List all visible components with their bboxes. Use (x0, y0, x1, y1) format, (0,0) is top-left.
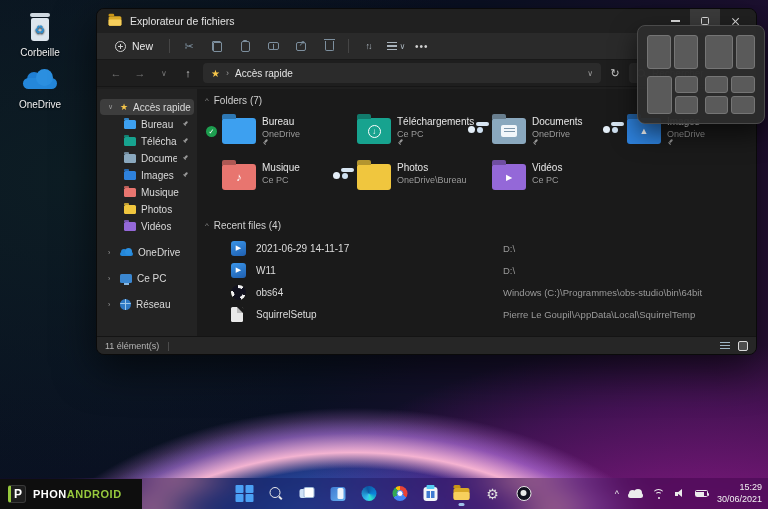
obs-button[interactable] (512, 481, 536, 507)
section-chevron-icon: ^ (205, 221, 209, 230)
breadcrumb-dropdown-icon[interactable]: ∨ (587, 69, 593, 78)
more-options-button[interactable]: ••• (415, 41, 429, 52)
obs-app-icon (231, 285, 246, 300)
plus-icon (115, 41, 126, 52)
sidebar-item-quick-access[interactable]: ∨ ★ Accès rapide (100, 99, 194, 115)
snap-option-left-stacked-right[interactable] (647, 76, 698, 115)
file-row[interactable]: ▶ 2021-06-29 14-11-17 D:\ (205, 237, 756, 259)
recent-files-list: ▶ 2021-06-29 14-11-17 D:\ ▶ W11 D:\ obs6… (205, 237, 756, 325)
status-divider: | (167, 341, 169, 351)
folder-icon: ▶ (492, 164, 526, 190)
quick-access-star-icon: ★ (211, 68, 220, 79)
folder-icon (222, 118, 256, 144)
new-button[interactable]: New (109, 37, 159, 55)
folder-icon: ♪ (222, 164, 256, 190)
folder-tile-photos[interactable]: Photos OneDrive\Bureau (341, 160, 473, 200)
content-pane: ^ Folders (7) ✓ Bureau OneDrive (197, 89, 756, 336)
folder-icon (124, 137, 136, 146)
file-row[interactable]: obs64 Windows (C:)\Programmes\obs-studio… (205, 281, 756, 303)
sidebar-item-photos[interactable]: Photos (100, 201, 194, 217)
store-button[interactable] (419, 481, 443, 507)
file-explorer-icon (454, 488, 470, 500)
snap-option-two-columns[interactable] (647, 35, 698, 69)
desktop-icon-onedrive[interactable]: OneDrive (8, 62, 72, 110)
folder-tile-musique[interactable]: ♪ Musique Ce PC (206, 160, 338, 200)
chevron-right-icon[interactable]: › (108, 275, 115, 282)
desktop-icon-recycle-bin[interactable]: ♻ Corbeille (8, 10, 72, 58)
view-options-icon[interactable]: ∨ (387, 38, 405, 54)
section-chevron-icon: ^ (205, 96, 209, 105)
new-button-label: New (132, 40, 153, 52)
settings-button[interactable]: ⚙ (481, 481, 505, 507)
battery-icon[interactable] (695, 490, 708, 497)
folder-icon (124, 154, 136, 163)
history-dropdown-button[interactable]: ∨ (155, 69, 173, 78)
phonandroid-logo: P (8, 485, 26, 503)
phonandroid-watermark: P PHONANDROID (0, 479, 142, 509)
clock-time: 15:29 (717, 482, 762, 493)
pin-icon (182, 121, 189, 128)
obs-icon (516, 486, 531, 501)
folders-grid: ✓ Bureau OneDrive ↓ Téléchargements Ce P… (205, 114, 756, 206)
chrome-button[interactable] (388, 481, 412, 507)
cut-icon[interactable]: ✂ (180, 38, 198, 54)
sidebar-item-telechargements[interactable]: Téléchargements (100, 133, 194, 149)
divider (169, 39, 170, 53)
rename-icon[interactable] (264, 38, 282, 54)
folder-tile-bureau[interactable]: ✓ Bureau OneDrive (206, 114, 338, 154)
sidebar-item-onedrive[interactable]: › OneDrive (100, 244, 194, 260)
sort-icon[interactable]: ↑↓ (359, 38, 377, 54)
file-explorer-button[interactable] (450, 481, 474, 507)
sidebar-item-videos[interactable]: Vidéos (100, 218, 194, 234)
onedrive-tray-icon[interactable] (628, 489, 643, 498)
edge-button[interactable] (357, 481, 381, 507)
up-button[interactable]: ↑ (179, 67, 197, 79)
store-icon (424, 487, 438, 501)
share-icon[interactable] (292, 38, 310, 54)
snap-option-quad[interactable] (705, 76, 756, 115)
breadcrumb-location: Accès rapide (235, 68, 293, 79)
window-folder-icon (109, 16, 122, 26)
status-bar: 11 élément(s) | (97, 336, 756, 354)
copy-icon[interactable] (208, 38, 226, 54)
breadcrumb[interactable]: ★ › Accès rapide ∨ (203, 63, 601, 83)
details-view-button[interactable] (720, 342, 730, 349)
video-file-icon: ▶ (231, 263, 246, 278)
crumb-separator-icon: › (226, 68, 229, 78)
edge-icon (361, 486, 376, 501)
sidebar-item-ce-pc[interactable]: › Ce PC (100, 270, 194, 286)
refresh-button[interactable]: ↻ (607, 67, 623, 80)
item-count: 11 élément(s) (105, 341, 159, 351)
folder-tile-videos[interactable]: ▶ Vidéos Ce PC (476, 160, 608, 200)
start-button[interactable] (233, 481, 257, 507)
tray-overflow-chevron-icon[interactable]: ^ (615, 489, 619, 499)
back-button[interactable]: ← (107, 67, 125, 79)
folder-tile-telechargements[interactable]: ↓ Téléchargements Ce PC (341, 114, 473, 154)
widgets-button[interactable] (326, 481, 350, 507)
paste-icon[interactable] (236, 38, 254, 54)
chevron-down-icon[interactable]: ∨ (108, 103, 115, 111)
chevron-right-icon[interactable]: › (108, 301, 115, 308)
window-title: Explorateur de fichiers (130, 15, 234, 27)
volume-icon[interactable] (675, 489, 686, 499)
forward-button[interactable]: → (131, 67, 149, 79)
recent-files-section-header[interactable]: ^ Recent files (4) (205, 220, 756, 231)
task-view-button[interactable] (295, 481, 319, 507)
onedrive-icon (120, 248, 133, 256)
wifi-icon[interactable] (652, 488, 666, 499)
sidebar-item-documents[interactable]: Documents (100, 150, 194, 166)
snap-layouts-flyout (637, 25, 765, 124)
thumbnails-view-button[interactable] (738, 341, 748, 351)
taskbar-search-button[interactable] (264, 481, 288, 507)
sidebar-item-bureau[interactable]: Bureau (100, 116, 194, 132)
delete-icon[interactable] (320, 38, 338, 54)
snap-option-wide-left[interactable] (705, 35, 756, 69)
folder-tile-documents[interactable]: Documents OneDrive (476, 114, 608, 154)
sidebar-item-reseau[interactable]: › Réseau (100, 296, 194, 312)
sidebar-item-musique[interactable]: Musique (100, 184, 194, 200)
chevron-right-icon[interactable]: › (108, 249, 115, 256)
sidebar-item-images[interactable]: Images (100, 167, 194, 183)
file-row[interactable]: ▶ W11 D:\ (205, 259, 756, 281)
file-row[interactable]: SquirrelSetup Pierre Le Goupil\AppData\L… (205, 303, 756, 325)
taskbar-clock[interactable]: 15:29 30/06/2021 (717, 482, 762, 505)
